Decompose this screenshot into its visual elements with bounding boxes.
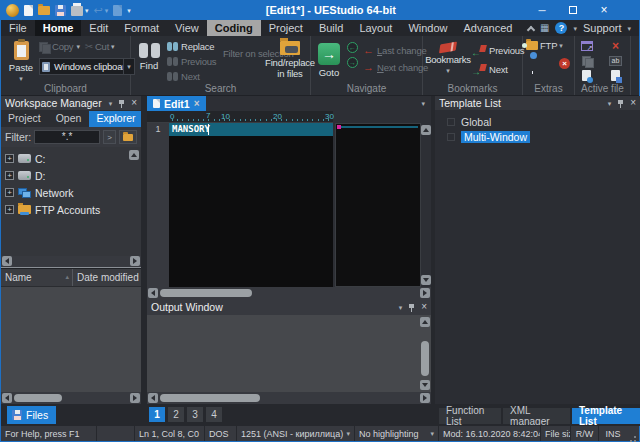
tab-project[interactable]: Project [261, 20, 311, 36]
scroll-thumb[interactable] [160, 289, 252, 297]
tree-item-c-drive[interactable]: C: [1, 150, 141, 167]
tab-view[interactable]: View [167, 20, 207, 36]
help-icon[interactable]: ? [555, 22, 567, 34]
find-next-button[interactable]: Next [167, 69, 216, 84]
layout-switch-icon[interactable]: ▦ [540, 23, 549, 33]
document-map[interactable] [335, 123, 421, 287]
expand-icon[interactable] [5, 171, 14, 180]
tab-file[interactable]: File [1, 20, 35, 36]
goto-button[interactable]: → Goto [315, 40, 343, 78]
status-encoding[interactable]: 1251 (ANSI - кириллица) ▾ [237, 426, 355, 441]
editor-vertical-scrollbar[interactable] [421, 123, 431, 287]
output-tab-4[interactable]: 4 [206, 407, 222, 422]
tab-function-list[interactable]: Function List [439, 408, 501, 424]
document-tab-close-icon[interactable]: × [194, 99, 200, 109]
copy-file-button[interactable] [579, 54, 594, 67]
support-menu[interactable]: Support [583, 22, 622, 34]
expand-icon[interactable] [447, 118, 455, 126]
tab-template-list[interactable]: Template List [572, 408, 640, 424]
print-button[interactable]: ▾ [71, 4, 89, 16]
panel-close-icon[interactable]: × [630, 98, 636, 108]
stop-icon[interactable]: × [559, 58, 570, 69]
scroll-down-button[interactable] [420, 380, 430, 390]
tab-format[interactable]: Format [116, 20, 167, 36]
bookmark-previous-button[interactable]: Previous [471, 43, 524, 58]
scroll-right-button[interactable] [130, 256, 140, 266]
save-copy-button[interactable] [608, 69, 623, 82]
code-pane[interactable]: MANSORY [169, 123, 333, 287]
last-change-button[interactable]: ← Last change [363, 43, 428, 58]
close-file-button[interactable]: × [608, 39, 623, 52]
redo-icon[interactable] [113, 5, 122, 16]
minimize-button[interactable]: ─ [531, 3, 553, 17]
tree-scroll-up-button[interactable] [129, 150, 139, 160]
tree-item-d-drive[interactable]: D: [1, 167, 141, 184]
expand-icon[interactable] [447, 133, 455, 141]
filter-input[interactable]: *.* [34, 130, 100, 144]
document-tab-edit1[interactable]: Edit1 × [147, 96, 206, 111]
output-tab-1[interactable]: 1 [149, 407, 165, 422]
tab-home[interactable]: Home [35, 20, 82, 36]
bookmark-next-button[interactable]: Next [471, 62, 524, 77]
tab-build[interactable]: Build [311, 20, 351, 36]
copy-button[interactable]: Copy ▾ [39, 41, 80, 52]
maximize-button[interactable] [562, 3, 584, 17]
paste-button[interactable]: Paste ▾ [5, 38, 37, 82]
rename-file-button[interactable]: ab [608, 54, 623, 67]
scroll-right-button[interactable] [130, 393, 140, 403]
tab-edit[interactable]: Edit [81, 20, 116, 36]
panel-menu-icon[interactable]: ▾ [608, 100, 612, 107]
next-change-button[interactable]: → Next change [363, 60, 428, 75]
file-history-button[interactable] [579, 69, 594, 82]
output-tab-2[interactable]: 2 [168, 407, 184, 422]
output-vertical-scrollbar[interactable] [419, 317, 430, 390]
find-previous-button[interactable]: Previous [167, 54, 216, 69]
tab-coding[interactable]: Coding [207, 20, 261, 36]
tab-xml-manager[interactable]: XML manager [503, 408, 570, 424]
filter-on-selection-button[interactable]: Filter on selection [223, 48, 269, 59]
find-replace-in-files-button[interactable]: Find/replace in files [269, 38, 311, 79]
pin-icon[interactable] [408, 303, 415, 312]
nav-back-icon[interactable]: ← [347, 42, 358, 53]
open-containing-window-button[interactable] [579, 39, 594, 52]
encoding-dropdown-icon[interactable]: ▾ [343, 430, 350, 437]
expand-icon[interactable] [5, 154, 14, 163]
scroll-left-button[interactable] [2, 393, 12, 403]
status-line-format[interactable]: DOS [205, 426, 237, 441]
tab-window[interactable]: Window [400, 20, 455, 36]
editor-horizontal-scrollbar[interactable] [147, 287, 431, 299]
print-dropdown-icon[interactable]: ▾ [85, 7, 89, 14]
resize-grip[interactable] [627, 426, 639, 441]
status-read-write[interactable]: R/W [571, 426, 599, 441]
tree-item-ftp-accounts[interactable]: FTP Accounts [1, 201, 141, 218]
output-horizontal-scrollbar[interactable] [147, 392, 431, 404]
help-dropdown-icon[interactable]: ▾ [573, 25, 577, 32]
output-window-content[interactable] [147, 315, 431, 392]
scroll-right-button[interactable] [420, 288, 430, 298]
pin-icon[interactable] [118, 99, 125, 108]
tree-item-network[interactable]: Network [1, 184, 141, 201]
tree-horizontal-scrollbar[interactable] [1, 256, 141, 267]
pin-icon[interactable] [617, 99, 624, 108]
ftp-button[interactable]: FTP ▾ [526, 40, 563, 51]
cut-button[interactable]: ✂ Cut ▾ [85, 41, 115, 52]
tab-explorer[interactable]: Explorer [89, 111, 142, 127]
replace-button[interactable]: Replace [167, 39, 216, 54]
column-name[interactable]: Name ▴ [1, 269, 73, 286]
file-list[interactable] [1, 287, 141, 393]
output-tab-3[interactable]: 3 [187, 407, 203, 422]
template-item-global[interactable]: Global [435, 114, 640, 129]
status-highlighting[interactable]: No highlighting ▾ [355, 426, 439, 441]
browse-folder-button[interactable] [119, 130, 137, 144]
nav-forward-icon[interactable]: → [347, 57, 358, 68]
scroll-thumb[interactable] [160, 394, 260, 402]
find-button[interactable]: Find [134, 40, 164, 71]
collapse-ribbon-icon[interactable] [527, 25, 535, 33]
scroll-up-button[interactable] [420, 317, 430, 327]
status-caret-position[interactable]: Ln 1, Col 8, C0 [135, 426, 205, 441]
template-item-multi-window[interactable]: Multi-Window [435, 129, 640, 144]
undo-button[interactable]: ↩ ▾ [94, 5, 109, 16]
close-button[interactable]: × [593, 3, 615, 17]
open-file-icon[interactable] [38, 6, 50, 15]
scroll-thumb[interactable] [14, 394, 62, 402]
